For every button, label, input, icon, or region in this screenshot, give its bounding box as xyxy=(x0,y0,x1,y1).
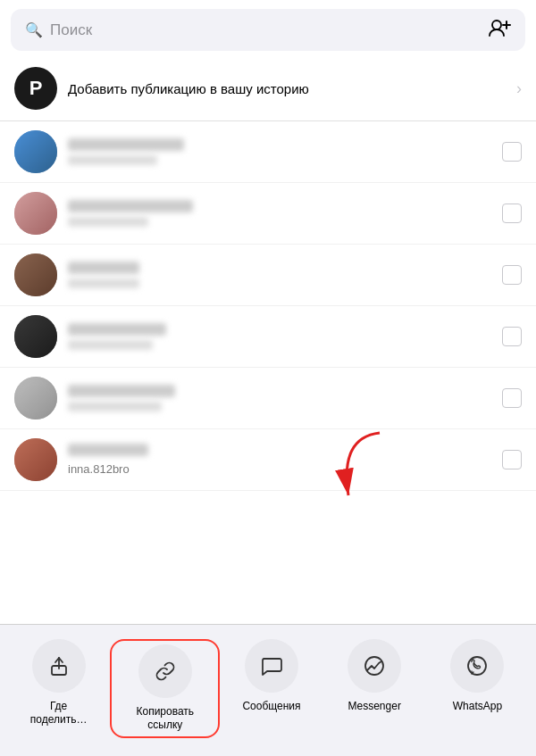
checkbox[interactable] xyxy=(502,142,522,162)
story-chevron: › xyxy=(516,79,522,98)
copy-link-icon-wrap xyxy=(138,644,192,698)
checkbox[interactable] xyxy=(502,327,522,346)
share-action[interactable]: Где поделить… xyxy=(7,639,110,727)
messages-action[interactable]: Сообщения xyxy=(220,639,322,714)
messenger-icon-wrap xyxy=(348,639,401,693)
checkbox[interactable] xyxy=(502,450,522,469)
whatsapp-icon-wrap xyxy=(450,639,504,693)
whatsapp-label: WhatsApp xyxy=(453,700,502,714)
messages-icon-wrap xyxy=(245,639,298,693)
contact-sub-text: inna.812bro xyxy=(68,462,130,476)
contact-info xyxy=(68,138,502,165)
contact-info xyxy=(68,385,502,411)
story-avatar: P xyxy=(14,67,57,110)
whatsapp-action[interactable]: WhatsApp xyxy=(426,639,529,714)
bottom-sheet: Где поделить… Копировать ссылку Сообщени… xyxy=(0,624,536,756)
contact-item[interactable] xyxy=(0,306,536,368)
story-text: Добавить публикацию в вашу историю xyxy=(68,81,516,96)
avatar xyxy=(14,130,57,173)
checkbox[interactable] xyxy=(502,265,522,285)
contact-info xyxy=(68,323,502,350)
messenger-action[interactable]: Messenger xyxy=(323,639,426,714)
contact-item[interactable] xyxy=(0,183,536,245)
share-icon-wrap xyxy=(32,639,86,693)
contact-info xyxy=(68,200,502,227)
avatar xyxy=(14,192,57,235)
search-bar[interactable]: 🔍 Поиск xyxy=(11,9,525,51)
contact-list: inna.812bro xyxy=(0,121,536,491)
avatar xyxy=(14,438,57,481)
search-icon: 🔍 xyxy=(25,21,43,38)
search-placeholder: Поиск xyxy=(50,21,92,39)
svg-point-0 xyxy=(492,21,501,29)
contact-item[interactable] xyxy=(0,368,536,429)
avatar xyxy=(14,315,57,358)
avatar xyxy=(14,377,57,420)
contact-info xyxy=(68,262,502,288)
messages-label: Сообщения xyxy=(242,700,300,714)
story-row[interactable]: P Добавить публикацию в вашу историю › xyxy=(0,56,536,121)
action-row: Где поделить… Копировать ссылку Сообщени… xyxy=(0,639,536,738)
share-label: Где поделить… xyxy=(27,700,91,727)
avatar xyxy=(14,253,57,296)
checkbox[interactable] xyxy=(502,388,522,408)
add-people-icon[interactable] xyxy=(488,18,511,42)
copy-link-action[interactable]: Копировать ссылку xyxy=(110,639,220,738)
messenger-label: Messenger xyxy=(348,700,401,714)
contact-item[interactable] xyxy=(0,245,536,306)
copy-link-label: Копировать ссылку xyxy=(133,705,197,733)
checkbox[interactable] xyxy=(502,204,522,223)
contact-info: inna.812bro xyxy=(68,444,502,477)
svg-point-6 xyxy=(365,657,383,675)
contact-item[interactable]: inna.812bro xyxy=(0,429,536,491)
contact-item[interactable] xyxy=(0,121,536,183)
